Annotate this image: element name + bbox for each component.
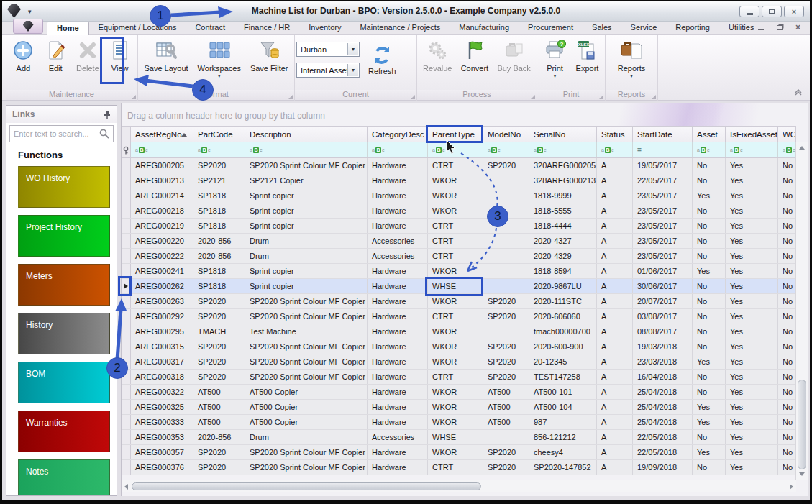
cell-asset[interactable]: No [693,279,726,293]
cell-description[interactable]: SP2020 Sprint Colour MF Copier [245,339,368,354]
table-row[interactable]: AREG000219SP1818Sprint copierHardwareCTR… [122,219,796,234]
cell-status[interactable]: A [597,324,633,339]
vertical-scrollbar[interactable] [795,142,808,480]
cell-serialno[interactable]: 20-12345 [529,354,597,369]
cell-asset[interactable]: Yes [693,400,726,414]
horizontal-scrollbar[interactable] [122,480,796,492]
cell-parenttype[interactable]: WKOR [428,324,483,339]
cell-partcode[interactable]: 2020-856 [193,430,245,444]
maximize-button[interactable] [762,6,782,17]
table-row[interactable]: AREG000213SP2121SP2121 CopierHardwareWKO… [122,173,796,188]
mdi-restore-button[interactable] [775,23,784,32]
filter-cell-woattach[interactable]: aBc [778,142,796,157]
cell-woattach[interactable]: No [778,294,796,308]
row-indicator[interactable] [122,203,131,218]
table-row[interactable]: AREG000292SP2020SP2020 Sprint Colour MF … [122,309,796,324]
cell-parenttype[interactable]: WKOR [428,385,483,399]
cell-asset[interactable]: No [693,249,726,263]
cell-parenttype[interactable]: WKOR [428,264,483,278]
cell-categorydesc[interactable]: Hardware [368,339,428,354]
cell-status[interactable]: A [597,370,633,384]
cell-assetregno[interactable]: AREG000214 [131,188,193,203]
cell-description[interactable]: SP2121 Copier [245,173,368,188]
cell-asset[interactable]: No [693,309,726,324]
tab-equipment-locations[interactable]: Equipment / Locations [89,22,186,35]
cell-startdate[interactable]: 23/03/2018 [633,354,693,369]
cell-asset[interactable]: No [693,324,726,339]
row-indicator[interactable] [122,445,131,459]
tab-manufacturing[interactable]: Manufacturing [450,22,519,35]
cell-parenttype[interactable]: WKOR [428,400,483,414]
cell-serialno[interactable]: AT500-101 [529,385,597,399]
cell-partcode[interactable]: SP2020 [193,460,245,475]
cell-woattach[interactable]: No [778,460,796,475]
cell-categorydesc[interactable]: Hardware [368,370,428,384]
cell-description[interactable]: SP2020 Sprint Colour MF Copier [245,460,368,475]
tab-procurement[interactable]: Procurement [519,22,583,35]
cell-startdate[interactable]: 23/05/2017 [633,219,693,233]
cell-assetregno[interactable]: AREG000213 [131,173,193,188]
cell-woattach[interactable]: No [778,279,796,293]
cell-status[interactable]: A [597,460,633,475]
cell-modelno[interactable] [483,324,529,339]
cell-status[interactable]: A [597,279,633,293]
cell-partcode[interactable]: SP1818 [193,264,245,278]
cell-status[interactable]: A [597,309,633,324]
cell-assetregno[interactable]: AREG000317 [131,354,193,369]
cell-assetregno[interactable]: AREG000205 [131,158,193,173]
asset-type-combo-dropdown-icon[interactable]: ▾ [347,64,358,76]
cell-parenttype[interactable]: WKOR [428,415,483,429]
cell-assetregno[interactable]: AREG000262 [131,279,193,293]
cell-modelno[interactable]: SP2020 [483,339,529,354]
column-header-partcode[interactable]: PartCode [193,127,245,142]
cell-modelno[interactable]: SP2020 [483,158,529,173]
cell-asset[interactable]: Yes [693,415,726,429]
cell-assetregno[interactable]: AREG000241 [131,264,193,278]
cell-isfixedasset[interactable]: Yes [726,264,778,278]
cell-modelno[interactable]: SP2020 [483,460,529,475]
cell-categorydesc[interactable]: Hardware [368,294,428,308]
cell-modelno[interactable]: SP2020 [483,309,529,324]
cell-startdate[interactable]: 01/06/2017 [633,264,693,278]
row-indicator[interactable] [122,309,131,324]
cell-modelno[interactable]: AT500 [483,385,529,399]
cell-asset[interactable]: No [693,203,726,218]
cell-description[interactable]: Sprint copier [245,203,368,218]
cell-modelno[interactable] [483,264,529,278]
add-button[interactable]: Add [8,36,38,73]
cell-woattach[interactable]: No [778,445,796,459]
cell-serialno[interactable]: 1818-4444 [529,219,597,233]
cell-parenttype[interactable]: CTRT [428,158,483,173]
cell-assetregno[interactable]: AREG000357 [131,445,193,459]
cell-assetregno[interactable]: AREG000219 [131,219,193,233]
cell-startdate[interactable]: 23/05/2017 [633,188,693,203]
cell-woattach[interactable]: No [778,354,796,369]
cell-modelno[interactable]: SP2020 [483,445,529,459]
cell-assetregno[interactable]: AREG000325 [131,400,193,414]
cell-woattach[interactable]: No [778,370,796,384]
cell-parenttype[interactable]: CTRT [428,234,483,248]
cell-isfixedasset[interactable]: Yes [726,173,778,188]
table-row[interactable]: AREG000263SP2020SP2020 Sprint Colour MF … [122,294,796,309]
cell-parenttype[interactable]: WKOR [428,188,483,203]
cell-assetregno[interactable]: AREG000295 [131,324,193,339]
branch-combo-dropdown-icon[interactable]: ▾ [347,43,358,55]
cell-categorydesc[interactable]: Hardware [368,188,428,203]
cell-categorydesc[interactable]: Hardware [368,445,428,459]
cell-categorydesc[interactable]: Accessories [368,249,428,263]
cell-assetregno[interactable]: AREG000218 [131,203,193,218]
cell-categorydesc[interactable]: Hardware [368,460,428,475]
function-button-wo-history[interactable]: WO History [18,166,110,208]
search-icon[interactable] [99,128,110,139]
cell-serialno[interactable]: 2020-111STC [529,294,597,308]
dialog-launcher-icon[interactable] [531,95,535,99]
cell-isfixedasset[interactable]: Yes [726,324,778,339]
cell-partcode[interactable]: AT500 [193,415,245,429]
cell-parenttype[interactable]: CTRT [428,370,483,384]
cell-parenttype[interactable]: CTRT [428,219,483,233]
cell-partcode[interactable]: 2020-856 [193,249,245,263]
cell-modelno[interactable] [483,234,529,248]
cell-description[interactable]: Sprint copier [245,188,368,203]
cell-isfixedasset[interactable]: Yes [726,460,778,475]
row-indicator[interactable] [122,234,131,248]
